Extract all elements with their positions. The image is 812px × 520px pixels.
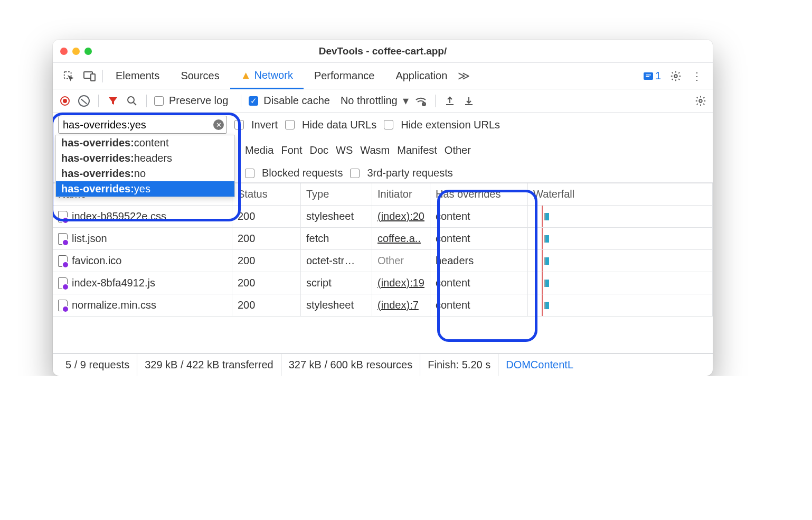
tab-performance[interactable]: Performance <box>304 63 385 89</box>
download-har-icon[interactable] <box>462 94 476 108</box>
filter-option[interactable]: has-overrides:no <box>56 166 234 181</box>
hide-data-urls-checkbox[interactable] <box>285 120 295 129</box>
filter-autocomplete: has-overrides:content has-overrides:head… <box>55 135 235 197</box>
cell-overrides: content <box>430 228 528 250</box>
status-finish: Finish: 5.20 s <box>420 354 498 376</box>
cell-overrides: content <box>430 294 528 317</box>
window-traffic-lights <box>60 48 92 55</box>
cell-status: 200 <box>232 250 301 272</box>
clear-button[interactable] <box>77 94 91 108</box>
filter-input-wrapper: ✕ has-overrides:content has-overrides:he… <box>58 116 227 134</box>
third-party-checkbox[interactable] <box>350 169 360 178</box>
file-icon <box>58 233 68 245</box>
cell-initiator[interactable]: coffee.a.. <box>372 228 430 250</box>
search-icon[interactable] <box>125 94 139 108</box>
cell-name[interactable]: favicon.ico <box>53 250 232 272</box>
file-icon <box>58 300 68 311</box>
kebab-menu-icon[interactable]: ⋮ <box>690 69 704 83</box>
svg-rect-4 <box>646 75 651 76</box>
minimize-window-button[interactable] <box>72 48 80 55</box>
col-waterfall[interactable]: Waterfall <box>528 183 713 206</box>
cell-initiator: Other <box>372 250 430 272</box>
status-transferred: 329 kB / 422 kB transferred <box>137 354 281 376</box>
device-toggle-icon[interactable] <box>82 69 97 83</box>
tab-sources[interactable]: Sources <box>170 63 230 89</box>
cell-type: script <box>301 272 372 294</box>
cell-initiator[interactable]: (index):7 <box>372 294 430 317</box>
cell-initiator[interactable]: (index):20 <box>372 206 430 228</box>
tab-network[interactable]: ▲ Network <box>230 63 304 89</box>
preserve-log-checkbox[interactable] <box>154 96 164 106</box>
invert-checkbox[interactable] <box>234 120 244 129</box>
close-window-button[interactable] <box>60 48 68 55</box>
inspect-icon[interactable] <box>61 69 76 83</box>
cell-name[interactable]: index-b859522e.css <box>53 206 232 228</box>
file-icon <box>58 277 68 289</box>
col-has-overrides[interactable]: Has overrides <box>430 183 528 206</box>
cell-type: stylesheet <box>301 206 372 228</box>
cell-waterfall <box>528 272 713 294</box>
more-tabs-button[interactable]: ≫ <box>458 69 470 83</box>
status-domcontentloaded: DOMContentL <box>498 354 581 376</box>
filter-type[interactable]: Doc <box>310 144 329 156</box>
filter-option[interactable]: has-overrides:headers <box>56 151 234 166</box>
cell-waterfall <box>528 294 713 317</box>
cell-type: octet-str… <box>301 250 372 272</box>
cell-name[interactable]: index-8bfa4912.js <box>53 272 232 294</box>
svg-point-9 <box>423 104 424 105</box>
filter-option-selected[interactable]: has-overrides:yes <box>56 181 234 197</box>
blocked-requests-checkbox[interactable] <box>245 169 254 178</box>
network-conditions-icon[interactable] <box>414 94 428 108</box>
third-party-label: 3rd-party requests <box>367 167 452 179</box>
throttling-select[interactable]: No throttling ▾ <box>341 94 409 108</box>
disable-cache-label: Disable cache <box>263 95 330 107</box>
clear-filter-button[interactable]: ✕ <box>213 119 224 130</box>
svg-rect-5 <box>646 76 649 77</box>
filter-option[interactable]: has-overrides:content <box>56 135 234 151</box>
cell-name[interactable]: list.json <box>53 228 232 250</box>
chevron-down-icon: ▾ <box>403 94 409 108</box>
tab-elements[interactable]: Elements <box>105 63 170 89</box>
filter-type[interactable]: WS <box>336 144 353 156</box>
cell-status: 200 <box>232 294 301 317</box>
filter-bar: ✕ has-overrides:content has-overrides:he… <box>53 113 713 183</box>
record-button[interactable] <box>58 94 72 108</box>
disable-cache-checkbox[interactable]: ✓ <box>249 96 258 106</box>
filter-input[interactable] <box>58 116 227 134</box>
col-initiator[interactable]: Initiator <box>372 183 430 206</box>
cell-waterfall <box>528 206 713 228</box>
col-status[interactable]: Status <box>232 183 301 206</box>
cell-status: 200 <box>232 206 301 228</box>
upload-har-icon[interactable] <box>443 94 457 108</box>
filter-type[interactable]: Other <box>445 144 471 156</box>
warning-icon: ▲ <box>241 69 251 81</box>
cell-name[interactable]: normalize.min.css <box>53 294 232 317</box>
hide-extension-urls-checkbox[interactable] <box>384 120 393 129</box>
filter-type[interactable]: Media <box>245 144 273 156</box>
issues-badge[interactable]: 1 <box>644 70 661 82</box>
maximize-window-button[interactable] <box>84 48 92 55</box>
cell-waterfall <box>528 250 713 272</box>
cell-type: fetch <box>301 228 372 250</box>
network-settings-icon[interactable] <box>694 94 707 108</box>
cell-initiator[interactable]: (index):19 <box>372 272 430 294</box>
settings-icon[interactable] <box>668 69 683 83</box>
window-title: DevTools - coffee-cart.app/ <box>53 45 713 57</box>
devtools-window: DevTools - coffee-cart.app/ Elements Sou… <box>53 40 713 376</box>
cell-status: 200 <box>232 228 301 250</box>
file-icon <box>58 211 68 222</box>
status-resources: 327 kB / 600 kB resources <box>281 354 421 376</box>
status-bar: 5 / 9 requests 329 kB / 422 kB transferr… <box>53 354 713 376</box>
hide-extension-urls-label: Hide extension URLs <box>401 119 500 131</box>
filter-type[interactable]: Manifest <box>397 144 437 156</box>
file-icon <box>58 255 68 267</box>
filter-type[interactable]: Font <box>281 144 302 156</box>
svg-point-10 <box>699 99 702 103</box>
filter-type[interactable]: Wasm <box>360 144 390 156</box>
network-toolbar: Preserve log ✓ Disable cache No throttli… <box>53 89 713 113</box>
filter-icon[interactable] <box>106 94 120 108</box>
request-table: Name Status Type Initiator Has overrides… <box>53 183 713 354</box>
tab-application[interactable]: Application <box>385 63 458 89</box>
col-type[interactable]: Type <box>301 183 372 206</box>
titlebar: DevTools - coffee-cart.app/ <box>53 40 713 63</box>
